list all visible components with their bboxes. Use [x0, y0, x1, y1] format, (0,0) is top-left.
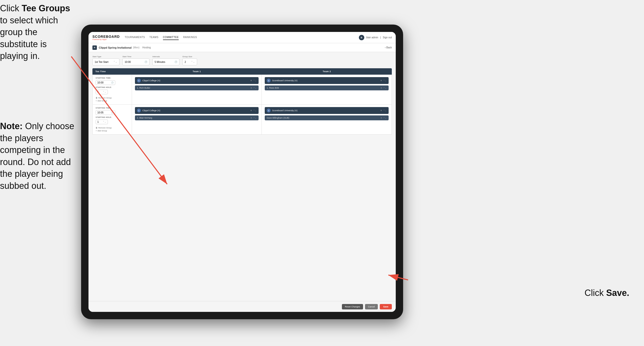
group1-team1-card[interactable]: C Clippd College (A) ✕ ⌃⌄ — [135, 77, 258, 84]
cancel-button[interactable]: Cancel — [365, 304, 378, 310]
group1-player2-arrows: ⌃⌄ — [383, 87, 387, 89]
group2-player1-arrows: ⌃⌄ — [253, 117, 256, 119]
group2-team2-remove[interactable]: ✕ — [380, 109, 382, 112]
group1-player1-name: 1. Rich Butler — [137, 87, 150, 89]
group1-team1-remove[interactable]: ✕ — [250, 79, 252, 82]
note-label: Note: — [0, 121, 25, 131]
group1-team2-arrows: ⌃⌄ — [383, 79, 387, 82]
start-type-input[interactable]: 1st Tee Start ⌃⌄ — [92, 58, 120, 65]
group1-team1-controls: ✕ ⌃⌄ — [250, 79, 256, 82]
remove-group-1-label: Remove Group — [98, 97, 112, 99]
click-save-bold: Save. — [606, 288, 629, 298]
group1-hole-label: STARTING HOLE: — [96, 86, 129, 88]
group1-team1-info: C Clippd College (A) — [137, 79, 160, 82]
group1-player2-row[interactable]: 1. Rees Britt ✕ ⌃⌄ — [265, 85, 388, 90]
nav-committee[interactable]: COMMITTEE — [163, 35, 179, 40]
group1-team2-name: Scoreboard University (A) — [272, 79, 298, 82]
group1-time-label: STARTING TIME: — [96, 77, 129, 79]
remove-group-1-button[interactable]: 🗑 Remove Group — [96, 97, 129, 99]
group2-team2-name: Scoreboard University (A) — [272, 109, 298, 112]
group1-player1-remove[interactable]: ✕ — [250, 87, 252, 89]
start-time-label: Start Time — [122, 55, 150, 58]
group2-player2-remove[interactable]: ✕ — [380, 117, 382, 119]
start-time-group: Start Time 10:00 🕐 — [122, 55, 150, 65]
group1-team2-controls: ✕ ⌃⌄ — [380, 79, 387, 82]
navbar-right: B blair admin | Sign out — [359, 35, 392, 40]
main-content: Start Type 1st Tee Start ⌃⌄ Start Time 1… — [88, 52, 396, 301]
add-group-1-button[interactable]: + Add Group — [96, 100, 129, 102]
groups-container: STARTING TIME: 10:00 🕐 STARTING HOLE: 1 … — [92, 75, 392, 135]
remove-group-2-button[interactable]: 🗑 Remove Group — [96, 127, 129, 129]
group1-hole-input[interactable]: 1 ⌃⌄ — [96, 90, 108, 94]
note-body: Only choose the players competing in the… — [0, 121, 74, 191]
nav-rankings[interactable]: RANKINGS — [183, 35, 197, 40]
group2-player1-remove[interactable]: ✕ — [250, 117, 252, 119]
group-size-input[interactable]: 2 ⌃⌄ — [182, 58, 197, 65]
group2-time-clock: 🕐 — [111, 111, 114, 114]
note-instruction: Note: Only choose the players competing … — [0, 120, 79, 192]
group1-team2-info: S Scoreboard University (A) — [267, 79, 298, 82]
start-type-label: Start Type — [92, 55, 120, 58]
group1-time-clock: 🕐 — [111, 81, 114, 84]
table-header: Tee Time Team 1 Team 2 — [92, 68, 392, 75]
group1-player1-controls: ✕ ⌃⌄ — [250, 87, 256, 89]
group1-team1-badge: C — [137, 79, 141, 82]
group2-player2-arrows: ⌃⌄ — [383, 117, 387, 119]
group1-hole-arrow: ⌃⌄ — [103, 91, 106, 93]
group1-time-value: 10:00 — [97, 81, 104, 84]
group1-team2-badge: S — [267, 79, 271, 82]
hosting-badge: Hosting — [142, 46, 151, 49]
group2-time-input[interactable]: 10:05 🕐 — [96, 110, 115, 115]
group2-team1-card[interactable]: C Clippd College (A) ✕ ⌃⌄ — [135, 107, 258, 114]
group1-team1: C Clippd College (A) ✕ ⌃⌄ 1. Rich Butler — [132, 75, 262, 104]
tablet-device: SCOREBOARD Powered by clippd TOURNAMENTS… — [81, 24, 403, 319]
group2-team2-arrows: ⌃⌄ — [383, 109, 387, 112]
start-type-value: 1st Tee Start — [95, 61, 108, 63]
group2-hole-input[interactable]: 1 ⌃⌄ — [96, 120, 108, 124]
col-tee-time: Tee Time — [92, 68, 132, 75]
group-size-value: 2 — [184, 61, 186, 63]
group2-team2-card[interactable]: S Scoreboard University (A) ✕ ⌃⌄ — [265, 107, 388, 114]
group1-player2-remove[interactable]: ✕ — [380, 87, 382, 89]
click-save-instruction: Click Save. — [584, 288, 629, 298]
navbar: SCOREBOARD Powered by clippd TOURNAMENTS… — [88, 32, 396, 43]
tournament-title: Clippd Spring Invitational — [99, 46, 132, 49]
group1-player2-controls: ✕ ⌃⌄ — [380, 87, 387, 89]
group1-time-input[interactable]: 10:00 🕐 — [96, 80, 115, 85]
sign-out-link[interactable]: Sign out — [383, 36, 392, 39]
nav-tournaments[interactable]: TOURNAMENTS — [124, 35, 145, 40]
instruction-text-1: Click — [0, 3, 22, 13]
reset-changes-button[interactable]: Reset Changes — [342, 304, 363, 310]
group2-player1-name: 2. Blair McHarg — [137, 117, 152, 119]
group2-player2-row[interactable]: Dave Billingham (SUB) ✕ ⌃⌄ — [265, 115, 388, 120]
group2-player2-name: Dave Billingham (SUB) — [267, 117, 289, 119]
group2-row: STARTING TIME: 10:05 🕐 STARTING HOLE: 1 … — [93, 105, 392, 134]
back-link[interactable]: ‹ Back — [385, 46, 392, 49]
remove-icon-1: 🗑 — [96, 97, 98, 99]
group2-team1-remove[interactable]: ✕ — [250, 109, 252, 112]
intervals-group: Intervals 5 Minutes 🕐 — [152, 55, 180, 65]
intervals-label: Intervals — [152, 55, 180, 58]
click-save-prefix: Click — [584, 288, 606, 298]
group2-team1-controls: ✕ ⌃⌄ — [250, 109, 256, 112]
settings-row: Start Type 1st Tee Start ⌃⌄ Start Time 1… — [92, 55, 392, 65]
group1-team2: S Scoreboard University (A) ✕ ⌃⌄ 1. Rees… — [262, 75, 392, 104]
group1-player1-arrows: ⌃⌄ — [253, 87, 256, 89]
group-size-arrow: ⌃⌄ — [191, 61, 195, 63]
nav-teams[interactable]: TEAMS — [150, 35, 158, 40]
group2-player1-controls: ✕ ⌃⌄ — [250, 117, 256, 119]
tournament-gender: (Men) — [133, 46, 139, 49]
start-time-clock: 🕐 — [144, 61, 147, 63]
group1-player1-row[interactable]: 1. Rich Butler ✕ ⌃⌄ — [135, 85, 258, 90]
instruction-bold-1: Tee Groups — [22, 3, 70, 13]
group2-time-value: 10:05 — [97, 111, 104, 114]
save-button[interactable]: Save — [380, 304, 392, 310]
intervals-input[interactable]: 5 Minutes 🕐 — [152, 58, 180, 65]
group1-team2-card[interactable]: S Scoreboard University (A) ✕ ⌃⌄ — [265, 77, 388, 84]
start-time-input[interactable]: 10:00 🕐 — [122, 58, 150, 65]
group2-player1-row[interactable]: 2. Blair McHarg ✕ ⌃⌄ — [135, 115, 258, 120]
group1-team2-remove[interactable]: ✕ — [380, 79, 382, 82]
group2-team2-info: S Scoreboard University (A) — [267, 108, 298, 112]
add-group-2-button[interactable]: + Add Group — [96, 130, 129, 132]
group1-team1-name: Clippd College (A) — [142, 79, 160, 82]
